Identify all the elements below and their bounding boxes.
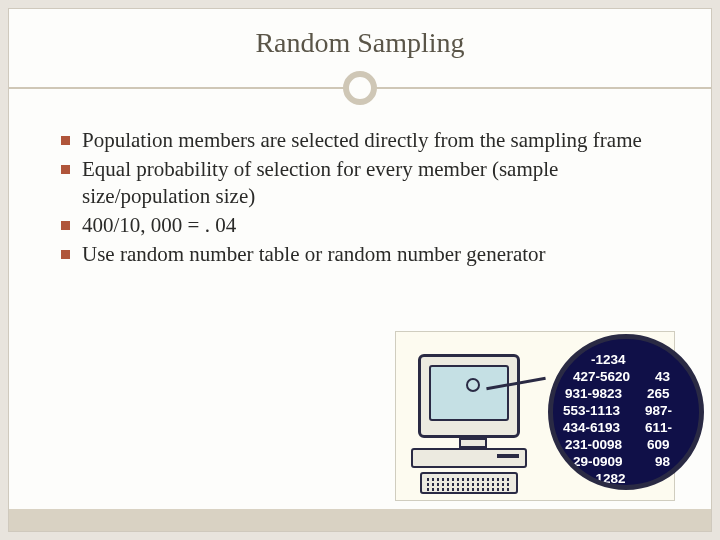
- computer-base-icon: [411, 448, 527, 468]
- key-row-icon: [427, 483, 511, 486]
- bullet-item: Population members are selected directly…: [61, 127, 673, 154]
- bullet-marker-icon: [61, 165, 70, 174]
- bullet-text: 400/10, 000 = . 04: [82, 212, 236, 239]
- magnifier-cell: 931-9823: [565, 385, 647, 402]
- bullet-marker-icon: [61, 250, 70, 259]
- divider-circle-icon: [343, 71, 377, 105]
- bullet-marker-icon: [61, 221, 70, 230]
- magnifier-row: 231-0098 609: [561, 436, 691, 453]
- bullet-marker-icon: [61, 136, 70, 145]
- magnifier-cell: 265: [647, 385, 670, 402]
- title-divider: [9, 71, 711, 105]
- illustration: -1234 427-5620 43 931-9823 265 553-1113 …: [395, 331, 675, 501]
- magnifier-cell: 231-0098: [565, 436, 647, 453]
- keyboard-icon: [420, 472, 518, 494]
- magnifier-cell: 611-: [645, 419, 672, 436]
- bullet-text: Equal probability of selection for every…: [82, 156, 673, 210]
- key-row-icon: [427, 478, 511, 481]
- monitor-icon: [418, 354, 520, 438]
- magnifier-cell: 98: [655, 453, 670, 470]
- magnifier-row: 553-1113 987-: [561, 402, 691, 419]
- monitor-stand-icon: [459, 438, 487, 448]
- magnifier-cell: 434-6193: [563, 419, 645, 436]
- magnifier-row: -1282: [561, 470, 691, 487]
- computer-icon: [418, 354, 527, 494]
- screen-icon: [429, 365, 509, 421]
- footer-band: [9, 509, 711, 531]
- magnifier-row: 434-6193 611-: [561, 419, 691, 436]
- drive-icon: [497, 454, 519, 458]
- magnifier-row: -1234: [561, 351, 691, 368]
- magnifier-row: 931-9823 265: [561, 385, 691, 402]
- magnifier-cell: 43: [655, 368, 670, 385]
- bullet-text: Population members are selected directly…: [82, 127, 642, 154]
- bullet-list: Population members are selected directly…: [9, 127, 711, 267]
- magnifier-cell: -1282: [591, 470, 673, 487]
- slide: Random Sampling Population members are s…: [8, 8, 712, 532]
- magnifier-icon: -1234 427-5620 43 931-9823 265 553-1113 …: [548, 334, 704, 490]
- slide-title: Random Sampling: [9, 9, 711, 71]
- bullet-item: Equal probability of selection for every…: [61, 156, 673, 210]
- pointer-dot-icon: [466, 378, 480, 392]
- magnifier-cell: 553-1113: [563, 402, 645, 419]
- magnifier-cell: 29-0909: [573, 453, 655, 470]
- bullet-item: Use random number table or random number…: [61, 241, 673, 268]
- bullet-text: Use random number table or random number…: [82, 241, 546, 268]
- magnifier-cell: 427-5620: [573, 368, 655, 385]
- magnifier-cell: 987-: [645, 402, 672, 419]
- bullet-item: 400/10, 000 = . 04: [61, 212, 673, 239]
- magnifier-cell: -1234: [591, 351, 673, 368]
- magnifier-row: 427-5620 43: [561, 368, 691, 385]
- magnifier-row: 29-0909 98: [561, 453, 691, 470]
- key-row-icon: [427, 488, 511, 491]
- magnifier-cell: 609: [647, 436, 670, 453]
